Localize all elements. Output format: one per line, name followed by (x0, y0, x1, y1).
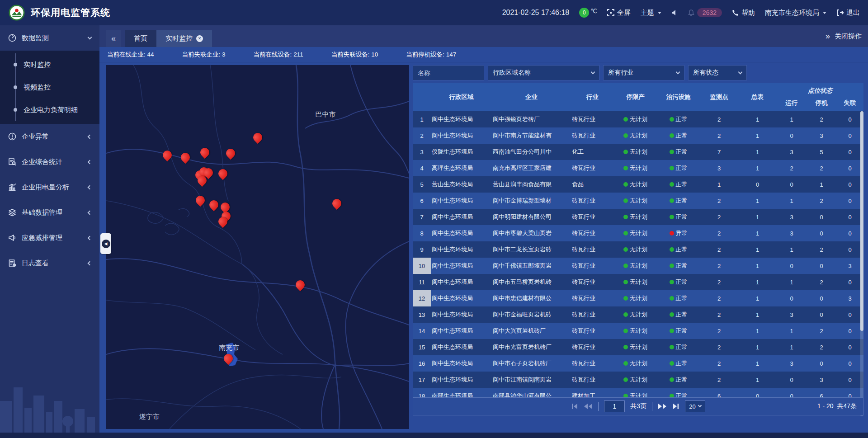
tabs-scroll-right-button[interactable]: » (826, 32, 830, 41)
status-dot (623, 117, 628, 122)
column-monitor-points: 监测点 (700, 93, 738, 101)
last-page-button[interactable] (672, 403, 679, 410)
cell-stop-status: 无计划 (614, 180, 657, 188)
table-row[interactable]: 8 阆中生态环境局 阆中市枣碧大梁山页岩 砖瓦行业 无计划 (413, 225, 863, 241)
tabs-scroll-left-button[interactable]: « (106, 30, 121, 47)
sidebar-submenu: 实时监控 视频监控 企业电力负荷明细 (0, 51, 99, 124)
chevron-down-icon (88, 35, 92, 39)
sidebar-item-base-data[interactable]: 基础数据管理 (0, 200, 99, 225)
tab-realtime-monitoring[interactable]: 实时监控 ✕ (156, 30, 212, 47)
chevron-left-icon (88, 235, 92, 240)
notification-button[interactable]: 2632 (688, 8, 722, 17)
table-body: 1 阆中生态环境局 阆中强锐页岩砖厂 砖瓦行业 无计划 (413, 111, 863, 429)
cell-region: 阆中生态环境局 (431, 327, 492, 335)
table-row[interactable]: 16 阆中生态环境局 阆中市石子页岩机砖厂 砖瓦行业 无计划 (413, 355, 863, 372)
cell-company: 阆中市忠信建材有限公 (492, 294, 571, 302)
table-row[interactable]: 4 高坪生态环境局 南充市高坪区王家店建 砖瓦行业 无计划 (413, 160, 863, 176)
sidebar-item-realtime-monitoring[interactable]: 实时监控 (0, 53, 99, 76)
speaker-icon (671, 9, 678, 16)
record-range-label: 1 - 20 共47条 (817, 402, 857, 410)
sidebar-collapse-handle[interactable]: ◀ (100, 233, 111, 254)
cell-stopped: 3 (807, 132, 836, 139)
status-select[interactable]: 所有状态 (688, 65, 747, 80)
stat-lost-companies: 当前失联企业: 3 (182, 51, 226, 59)
cell-monitor-points: 2 (700, 344, 738, 351)
cell-treatment-status: 正常 (657, 311, 700, 319)
row-number: 7 (413, 209, 431, 225)
cell-treatment-status: 正常 (657, 262, 700, 270)
app-window: 环保用电监管系统 2021-02-25 17:46:18 0 ℃ 全屏 主题 (0, 0, 868, 438)
org-user-dropdown[interactable]: 南充市生态环境局 (765, 9, 826, 17)
next-page-button[interactable] (658, 403, 667, 410)
row-number: 8 (413, 225, 431, 241)
name-search-input[interactable] (413, 65, 484, 80)
table-row[interactable]: 9 阆中生态环境局 阆中市二龙长宝页岩砖 砖瓦行业 无计划 (413, 241, 863, 258)
table-row[interactable]: 7 阆中生态环境局 阆中明阳建材有限公司 砖瓦行业 无计划 (413, 209, 863, 225)
status-dot (670, 133, 674, 138)
cell-treatment-status: 正常 (657, 245, 700, 254)
fullscreen-button[interactable]: 全屏 (607, 9, 631, 17)
cell-monitor-points: 2 (700, 214, 738, 221)
table-row[interactable]: 5 营山生态环境局 营山县润丰肉食品有限 食品 无计划 (413, 176, 863, 193)
sidebar-item-power-analysis[interactable]: 企业用电量分析 (0, 174, 99, 200)
cell-region: 阆中生态环境局 (431, 359, 492, 367)
sidebar-item-data-monitoring[interactable]: 数据监测 (0, 25, 99, 51)
table-row[interactable]: 2 阆中生态环境局 阆中市南方节能建材有 砖瓦行业 无计划 (413, 127, 863, 144)
sidebar-item-enterprise-anomaly[interactable]: 企业异常 (0, 124, 99, 149)
chevron-left-icon: ◀ (102, 240, 110, 248)
tab-home[interactable]: 首页 (125, 30, 156, 47)
logout-button[interactable]: 退出 (836, 9, 860, 17)
prev-page-button[interactable] (584, 403, 593, 410)
map-river (296, 65, 340, 429)
alert-circle-icon (8, 132, 16, 141)
column-stop-production: 停限产 (614, 93, 657, 101)
table-row[interactable]: 15 阆中生态环境局 阆中市光富页岩机砖厂 砖瓦行业 无计划 (413, 339, 863, 355)
cell-stopped: 0 (807, 263, 836, 269)
table-row[interactable]: 10 阆中生态环境局 阆中千佛镇五郎垭页岩 砖瓦行业 无计划 (413, 258, 863, 274)
page-number-input[interactable] (604, 400, 625, 412)
sidebar-item-log-view[interactable]: 日志查看 (0, 250, 99, 276)
total-pages-label: 共3页 (630, 402, 646, 410)
cell-treatment-status: 正常 (657, 343, 700, 351)
cell-region: 阆中生态环境局 (431, 294, 492, 302)
announcement-button[interactable] (671, 9, 678, 16)
table-scrollbar-thumb[interactable] (860, 111, 863, 331)
page-size-select[interactable]: 20 (685, 400, 705, 412)
table-row[interactable]: 14 阆中生态环境局 阆中大兴页岩机砖厂 砖瓦行业 无计划 (413, 323, 863, 339)
fullscreen-icon (607, 9, 614, 16)
table-row[interactable]: 1 阆中生态环境局 阆中强锐页岩砖厂 砖瓦行业 无计划 (413, 111, 863, 127)
table-row[interactable]: 13 阆中生态环境局 阆中市金福旺页岩机砖 砖瓦行业 无计划 (413, 306, 863, 323)
table-row[interactable]: 12 阆中生态环境局 阆中市忠信建材有限公 砖瓦行业 无计划 (413, 290, 863, 306)
table-row[interactable]: 11 阆中生态环境局 阆中市五马桥页岩机砖 砖瓦行业 无计划 (413, 274, 863, 290)
industry-select[interactable]: 所有行业 (603, 65, 684, 80)
cell-industry: 砖瓦行业 (571, 213, 614, 221)
sidebar-item-power-load-detail[interactable]: 企业电力负荷明细 (0, 99, 99, 121)
status-dot (623, 198, 628, 203)
cell-stopped: 0 (807, 295, 836, 302)
theme-dropdown[interactable]: 主题 (641, 9, 661, 17)
cell-company: 阆中强锐页岩砖厂 (492, 115, 571, 123)
sidebar-item-video-monitoring[interactable]: 视频监控 (0, 76, 99, 99)
cell-company: 阆中市二龙长宝页岩砖 (492, 245, 571, 254)
cell-treatment-status: 正常 (657, 359, 700, 367)
cell-company: 营山县润丰肉食品有限 (492, 180, 571, 188)
map-city-label: 遂宁市 (139, 412, 160, 421)
table-row[interactable]: 17 阆中生态环境局 阆中市江南镇阆南页岩 砖瓦行业 无计划 (413, 372, 863, 388)
first-page-button[interactable] (571, 403, 578, 410)
cell-total-meters: 0 (738, 181, 777, 188)
map-canvas[interactable]: 巴中市 南充市 遂宁市 (106, 65, 409, 429)
sidebar-item-emergency-reduction[interactable]: 应急减排管理 (0, 225, 99, 250)
sidebar-item-enterprise-statistics[interactable]: 企业综合统计 (0, 149, 99, 174)
close-operations-button[interactable]: 关闭操作 (835, 32, 862, 41)
skyline-decoration (0, 369, 99, 433)
enterprise-panel: 行政区域名称 所有行业 所有状态 行政区域 企业 行业 (413, 65, 863, 429)
help-button[interactable]: 帮助 (732, 9, 755, 17)
table-row[interactable]: 6 阆中生态环境局 阆中市金博瑞新型墙材 砖瓦行业 无计划 (413, 193, 863, 209)
tab-close-icon[interactable]: ✕ (196, 35, 203, 42)
status-dot (670, 296, 674, 301)
status-dot (670, 361, 674, 366)
table-row[interactable]: 3 仪陇生态环境局 西南油气田分公司川中 化工 无计划 (413, 144, 863, 160)
cell-total-meters: 1 (738, 295, 777, 302)
cell-total-meters: 1 (738, 246, 777, 253)
region-select[interactable]: 行政区域名称 (488, 65, 599, 80)
